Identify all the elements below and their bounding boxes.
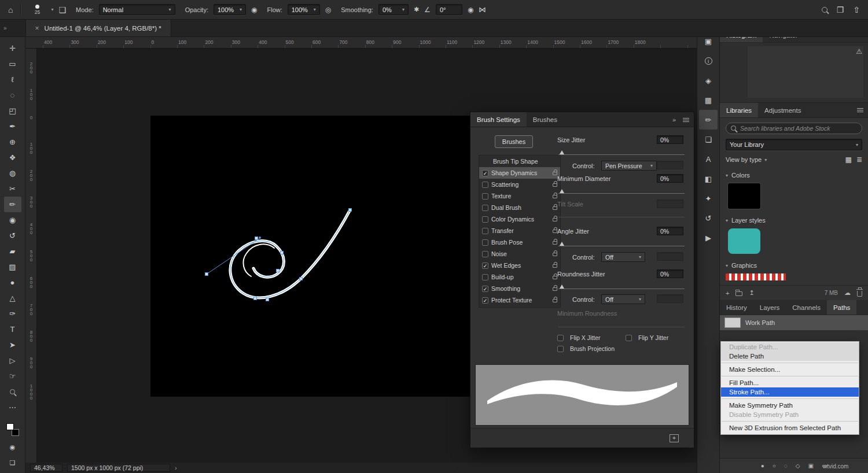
min-diameter-slider[interactable] bbox=[558, 188, 685, 195]
edit-toolbar[interactable]: ⋯ bbox=[4, 400, 21, 415]
close-tab-icon[interactable]: × bbox=[35, 24, 39, 32]
toggle-brush-settings-icon[interactable]: ❑ bbox=[58, 6, 66, 14]
learn-panel-button[interactable]: ✦ bbox=[699, 189, 718, 208]
healing-brush-tool[interactable]: ❖ bbox=[4, 150, 21, 165]
colors-section-header[interactable]: ▾ Colors bbox=[720, 169, 868, 181]
lock-icon[interactable] bbox=[553, 183, 557, 187]
checkbox-color-dynamics[interactable] bbox=[482, 216, 488, 223]
eraser-tool[interactable]: ▰ bbox=[4, 243, 21, 259]
checkbox-brush-pose[interactable] bbox=[482, 239, 488, 246]
menu-item-make-symmetry-path[interactable]: Make Symmetry Path bbox=[721, 401, 859, 410]
tab-brush-settings[interactable]: Brush Settings bbox=[470, 112, 527, 127]
flip-x-jitter-checkbox[interactable] bbox=[557, 335, 564, 341]
roundness-control-select[interactable]: Off ▾ bbox=[601, 294, 645, 304]
tab-history[interactable]: History bbox=[720, 300, 753, 315]
lock-icon[interactable] bbox=[553, 276, 557, 279]
list-view-icon[interactable]: ≣ bbox=[856, 156, 862, 164]
checkbox-smoothing[interactable]: ✓ bbox=[482, 286, 488, 292]
libraries-search-input[interactable] bbox=[726, 123, 862, 134]
size-control-select[interactable]: Pen Pressure ▾ bbox=[601, 161, 657, 171]
pressure-opacity-icon[interactable]: ◉ bbox=[251, 6, 257, 13]
brush-option-protect-texture[interactable]: ✓Protect Texture bbox=[479, 294, 560, 306]
graphics-section-header[interactable]: ▾ Graphics bbox=[720, 260, 868, 271]
lock-icon[interactable] bbox=[553, 206, 557, 210]
tab-adjustments[interactable]: Adjustments bbox=[758, 103, 807, 117]
checkbox-scattering[interactable] bbox=[482, 182, 488, 188]
share-icon[interactable]: ⇧ bbox=[853, 6, 860, 14]
checkbox-dual-brush[interactable] bbox=[482, 205, 488, 211]
checkbox-build-up[interactable] bbox=[482, 274, 488, 280]
tab-layers[interactable]: Layers bbox=[753, 300, 786, 315]
min-diameter-field[interactable]: 0% bbox=[657, 174, 683, 183]
work-path-row[interactable]: Work Path bbox=[720, 315, 868, 330]
zoom-field[interactable]: 46,43% bbox=[30, 464, 62, 472]
delete-library-item-icon[interactable] bbox=[857, 291, 862, 297]
lock-icon[interactable] bbox=[553, 299, 557, 302]
layer-style-swatch[interactable] bbox=[728, 228, 760, 254]
opacity-select[interactable]: 100% ▾ bbox=[214, 4, 246, 15]
new-path-icon[interactable]: ▣ bbox=[808, 463, 813, 469]
type-tool[interactable]: T bbox=[4, 322, 21, 337]
direct-selection-tool[interactable]: ▷ bbox=[4, 353, 21, 368]
lock-icon[interactable] bbox=[553, 195, 557, 198]
brush-option-texture[interactable]: Texture bbox=[479, 190, 560, 202]
search-icon[interactable] bbox=[822, 7, 827, 13]
tab-channels[interactable]: Channels bbox=[786, 300, 827, 315]
lock-icon[interactable] bbox=[553, 287, 557, 291]
clone-stamp-tool[interactable]: ◉ bbox=[4, 212, 21, 228]
panel-menu-icon[interactable] bbox=[857, 108, 863, 112]
angle-jitter-slider[interactable] bbox=[558, 241, 685, 247]
path-selection-tool[interactable]: ➤ bbox=[4, 337, 21, 353]
gradient-tool[interactable]: ▨ bbox=[4, 259, 21, 275]
color-swatch-black[interactable] bbox=[728, 183, 760, 209]
add-element-icon[interactable]: + bbox=[726, 290, 729, 297]
panel-menu-icon[interactable] bbox=[683, 118, 689, 122]
lock-icon[interactable] bbox=[553, 253, 557, 256]
brushes-button[interactable]: Brushes bbox=[495, 135, 533, 148]
smoothing-options-gear-icon[interactable]: ✱ bbox=[414, 6, 419, 13]
foreground-background-swatches[interactable] bbox=[6, 423, 20, 436]
brush-option-scattering[interactable]: Scattering bbox=[479, 179, 560, 190]
sync-upload-icon[interactable]: ↥ bbox=[749, 289, 754, 297]
menu-item-new-3d-extrusion-from-selected-path[interactable]: New 3D Extrusion from Selected Path bbox=[721, 423, 859, 433]
checkbox-protect-texture[interactable]: ✓ bbox=[482, 297, 488, 304]
new-brush-button[interactable]: + bbox=[670, 434, 679, 442]
brush-preset-picker[interactable]: 25 bbox=[28, 1, 46, 19]
character-panel-button[interactable]: A bbox=[699, 149, 718, 169]
cloud-sync-icon[interactable]: ☁ bbox=[844, 289, 851, 297]
brush-option-transfer[interactable]: Transfer bbox=[479, 225, 560, 236]
lock-icon[interactable] bbox=[553, 241, 557, 245]
brush-tool[interactable]: ✏ bbox=[4, 197, 21, 212]
brush-tip-shape-item[interactable]: Brush Tip Shape bbox=[479, 156, 560, 167]
new-group-folder-icon[interactable] bbox=[735, 291, 742, 296]
brush-option-color-dynamics[interactable]: Color Dynamics bbox=[479, 213, 560, 225]
brush-option-build-up[interactable]: Build-up bbox=[479, 271, 560, 283]
tool-dock-collapse-icon[interactable]: » bbox=[0, 25, 10, 31]
brush-option-dual-brush[interactable]: Dual Brush bbox=[479, 202, 560, 213]
rectangular-marquee-tool[interactable]: ▭ bbox=[4, 56, 21, 72]
tab-brushes[interactable]: Brushes bbox=[527, 112, 564, 127]
brush-option-wet-edges[interactable]: ✓Wet Edges bbox=[479, 260, 560, 271]
document-tab[interactable]: × Untitled-1 @ 46,4% (Layer 4, RGB/8*) * bbox=[25, 20, 171, 36]
hand-tool[interactable]: ☞ bbox=[4, 368, 21, 384]
vector-path-curve[interactable] bbox=[230, 210, 350, 298]
airbrush-icon[interactable]: ◎ bbox=[325, 6, 331, 13]
lock-icon[interactable] bbox=[553, 264, 557, 268]
lock-icon[interactable] bbox=[553, 172, 557, 175]
size-jitter-slider[interactable] bbox=[558, 149, 685, 156]
library-select[interactable]: Your Library ▾ bbox=[726, 139, 862, 150]
actions-panel-button[interactable]: ▶ bbox=[699, 228, 718, 247]
history-panel-button[interactable]: ↺ bbox=[699, 208, 718, 228]
pen-tool[interactable]: ✑ bbox=[4, 306, 21, 322]
workspace-switcher-icon[interactable]: ❐ bbox=[837, 6, 844, 14]
histogram-refresh-warning-icon[interactable]: ⚠ bbox=[856, 47, 862, 56]
path-handle-line[interactable] bbox=[207, 238, 260, 274]
layer-styles-section-header[interactable]: ▾ Layer styles bbox=[720, 215, 868, 226]
panel-collapse-icon[interactable]: » bbox=[672, 116, 676, 123]
quick-mask-button[interactable]: ◉ bbox=[4, 439, 21, 455]
3d-panel-button[interactable]: ◧ bbox=[699, 169, 718, 189]
tab-paths[interactable]: Paths bbox=[827, 300, 856, 315]
slice-tool[interactable]: ✂ bbox=[4, 181, 21, 197]
brush-option-shape-dynamics[interactable]: ✓Shape Dynamics bbox=[479, 167, 560, 179]
screen-mode-button[interactable]: ❏ bbox=[4, 455, 21, 471]
